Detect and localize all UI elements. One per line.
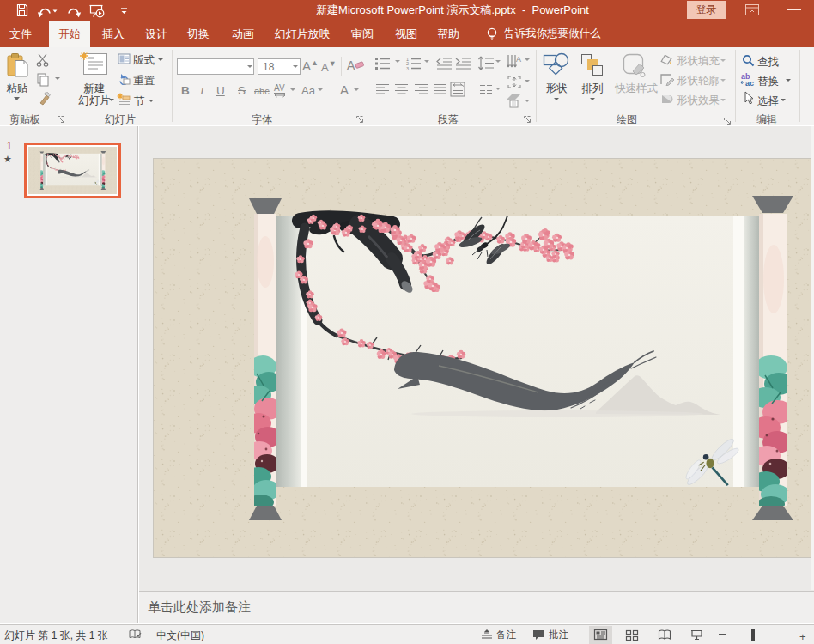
svg-text:A: A: [516, 55, 521, 64]
svg-text:ac: ac: [745, 79, 754, 87]
svg-text:3: 3: [406, 66, 409, 71]
